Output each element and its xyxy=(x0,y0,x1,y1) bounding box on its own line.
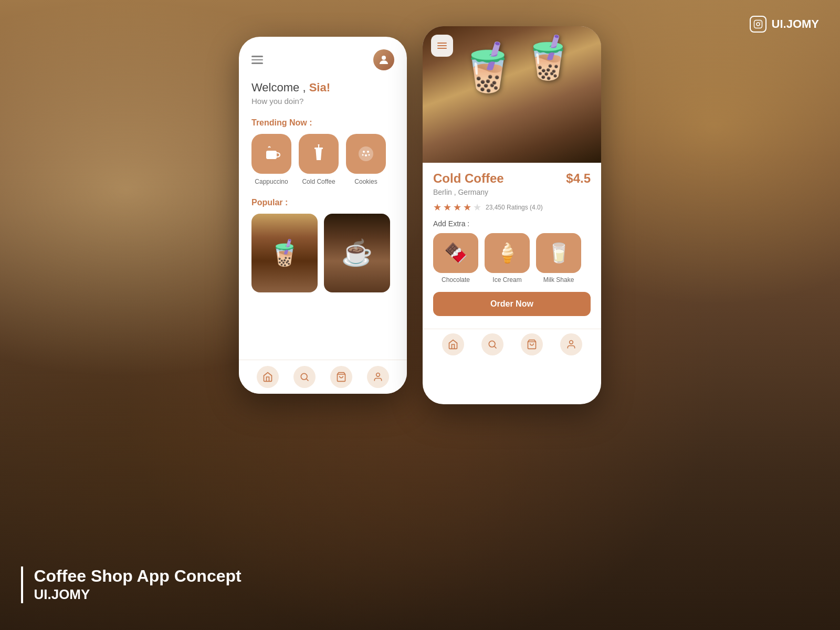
cold-coffee-label: Cold Coffee xyxy=(302,178,335,185)
p2-nav-basket[interactable] xyxy=(521,333,543,355)
cappuccino-icon xyxy=(251,134,291,174)
product-location: Berlin , Germany xyxy=(433,188,591,196)
svg-point-7 xyxy=(318,144,320,146)
star-rating: ★ ★ ★ ★ ★ xyxy=(433,202,481,213)
brand-header: UI.JOMY xyxy=(750,16,819,33)
ice-cream-image: 🍦 xyxy=(485,233,530,273)
trending-items: Cappuccino Cold Coffee xyxy=(239,134,407,194)
phone2-bottom-nav xyxy=(423,329,601,361)
popular-item-2[interactable]: ☕ xyxy=(324,214,390,292)
svg-point-3 xyxy=(382,56,386,60)
star-4: ★ xyxy=(463,202,471,213)
trend-item-cold-coffee[interactable]: Cold Coffee xyxy=(299,134,339,185)
svg-point-11 xyxy=(365,154,367,156)
instagram-icon xyxy=(750,16,766,33)
cappuccino-label: Cappuccino xyxy=(255,178,288,185)
nav-home[interactable] xyxy=(257,366,279,388)
svg-point-1 xyxy=(757,23,760,26)
svg-line-19 xyxy=(494,346,496,349)
ice-cream-label: Ice Cream xyxy=(492,276,521,284)
svg-point-12 xyxy=(362,154,364,156)
svg-point-13 xyxy=(369,154,370,156)
rating-count: 23,450 Ratings (4.0) xyxy=(486,204,543,211)
popular-grid: 🧋 ☕ xyxy=(239,214,407,301)
cookies-icon xyxy=(346,134,386,174)
svg-rect-4 xyxy=(266,151,277,159)
popular-title: Popular : xyxy=(239,194,407,214)
phone-1: Welcome , Sia! How you doin? Trending No… xyxy=(239,37,407,394)
hero-menu-button[interactable] xyxy=(431,35,453,57)
hero-image: 🧋 🧋 xyxy=(423,26,601,163)
phone-2: 🧋 🧋 Cold Coffee $4.5 Berlin , Germany xyxy=(423,26,601,404)
milk-shake-label: Milk Shake xyxy=(543,276,574,284)
order-now-button[interactable]: Order Now xyxy=(433,292,591,316)
nav-basket[interactable] xyxy=(330,366,352,388)
trending-title: Trending Now : xyxy=(239,114,407,134)
brand-footer-title: Coffee Shop App Concept xyxy=(34,566,241,586)
svg-point-8 xyxy=(359,147,373,161)
svg-point-17 xyxy=(376,373,380,377)
svg-point-18 xyxy=(489,341,495,347)
milk-shake-image: 🥛 xyxy=(536,233,581,273)
star-1: ★ xyxy=(433,202,442,213)
greeting-text: Welcome , Sia! xyxy=(251,81,394,94)
svg-point-10 xyxy=(367,151,369,153)
star-2: ★ xyxy=(443,202,452,213)
cold-coffee-icon xyxy=(299,134,339,174)
star-3: ★ xyxy=(453,202,461,213)
phone1-bottom-nav xyxy=(239,360,407,394)
chocolate-label: Chocolate xyxy=(442,276,470,284)
phones-container: Welcome , Sia! How you doin? Trending No… xyxy=(239,26,601,404)
nav-user[interactable] xyxy=(367,366,389,388)
svg-point-9 xyxy=(363,151,365,153)
trend-item-cappuccino[interactable]: Cappuccino xyxy=(251,134,291,185)
p2-nav-user[interactable] xyxy=(560,333,582,355)
chocolate-image: 🍫 xyxy=(433,233,478,273)
subtitle-text: How you doin? xyxy=(251,97,394,106)
star-5-empty: ★ xyxy=(473,202,481,213)
extra-chocolate[interactable]: 🍫 Chocolate xyxy=(433,233,478,284)
welcome-section: Welcome , Sia! How you doin? xyxy=(239,76,407,114)
popular-item-1[interactable]: 🧋 xyxy=(251,214,318,292)
p2-nav-home[interactable] xyxy=(442,333,464,355)
trend-item-cookies[interactable]: Cookies xyxy=(346,134,386,185)
phone1-header xyxy=(239,37,407,76)
svg-point-2 xyxy=(760,22,761,23)
extras-grid: 🍫 Chocolate 🍦 Ice Cream 🥛 Milk Shake xyxy=(433,233,591,284)
hamburger-menu[interactable] xyxy=(251,56,263,64)
product-price: $4.5 xyxy=(566,171,591,186)
product-detail-content: Cold Coffee $4.5 Berlin , Germany ★ ★ ★ … xyxy=(423,163,601,329)
brand-footer-sub: UI.JOMY xyxy=(34,586,241,604)
add-extra-label: Add Extra : xyxy=(433,219,591,228)
cookies-label: Cookies xyxy=(354,178,377,185)
svg-line-15 xyxy=(307,379,309,381)
extra-milk-shake[interactable]: 🥛 Milk Shake xyxy=(536,233,581,284)
product-name: Cold Coffee xyxy=(433,171,504,186)
svg-point-21 xyxy=(569,341,573,344)
rating-row: ★ ★ ★ ★ ★ 23,450 Ratings (4.0) xyxy=(433,202,591,213)
brand-footer: Coffee Shop App Concept UI.JOMY xyxy=(21,566,242,604)
brand-bar xyxy=(21,566,23,603)
extra-ice-cream[interactable]: 🍦 Ice Cream xyxy=(485,233,530,284)
nav-search[interactable] xyxy=(293,366,316,388)
menu-icon xyxy=(437,43,447,49)
svg-point-14 xyxy=(301,373,307,380)
brand-name: UI.JOMY xyxy=(772,17,819,31)
avatar[interactable] xyxy=(373,49,394,70)
p2-nav-search[interactable] xyxy=(481,333,503,355)
product-title-row: Cold Coffee $4.5 xyxy=(433,171,591,186)
svg-rect-0 xyxy=(754,20,762,28)
svg-rect-5 xyxy=(314,148,323,149)
